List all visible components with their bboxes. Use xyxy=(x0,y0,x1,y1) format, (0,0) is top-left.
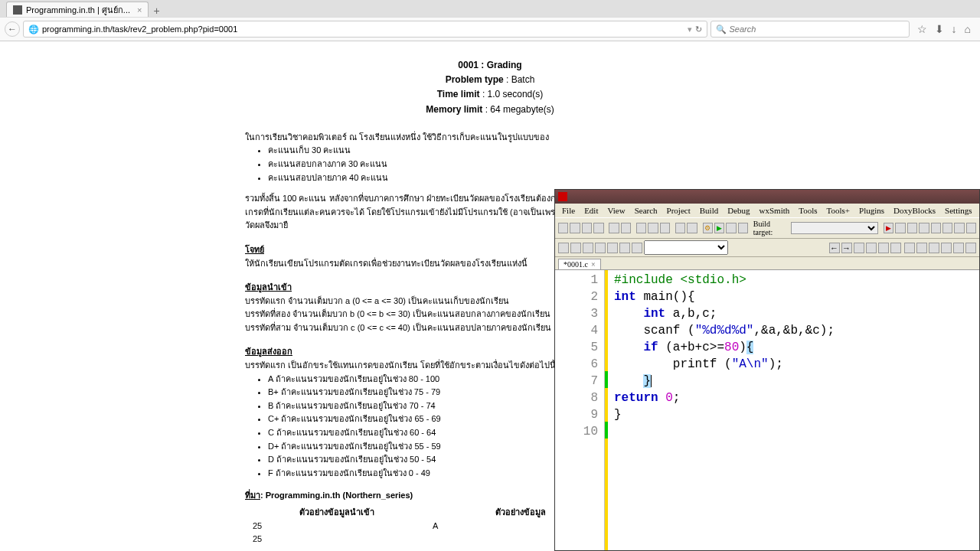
line-no: 5 xyxy=(555,339,598,356)
line-no: 3 xyxy=(555,305,598,322)
next-instr-icon[interactable] xyxy=(931,223,941,233)
paste-icon[interactable] xyxy=(660,223,670,233)
new-file-icon[interactable] xyxy=(558,223,568,233)
text-cursor xyxy=(651,375,652,387)
step-over-icon[interactable] xyxy=(895,223,905,233)
undo-icon[interactable] xyxy=(609,223,619,233)
find-icon[interactable] xyxy=(675,223,685,233)
build-target-select[interactable] xyxy=(791,222,878,234)
problem-type-value: : Batch xyxy=(506,74,534,85)
menu-toolsplus[interactable]: Tools+ xyxy=(823,205,854,216)
code-editor[interactable]: 1 2 3 4 5 6 7 8 9 10 #include <stdio.h> … xyxy=(555,269,979,550)
tb2-icon[interactable] xyxy=(570,243,581,253)
downloads-icon[interactable]: ↓ xyxy=(952,23,957,35)
menu-debug[interactable]: Debug xyxy=(724,205,753,216)
nav-back-icon[interactable]: ← xyxy=(829,243,840,253)
memory-limit-label: Memory limit xyxy=(426,104,482,115)
menu-search[interactable]: Search xyxy=(631,205,662,216)
menu-doxyblocks[interactable]: DoxyBlocks xyxy=(890,205,939,216)
tb2-icon[interactable] xyxy=(953,243,964,253)
menu-edit[interactable]: Edit xyxy=(580,205,602,216)
memory-limit-value: : 64 megabyte(s) xyxy=(485,104,554,115)
ide-window: File Edit View Search Project Build Debu… xyxy=(554,189,980,551)
back-button[interactable]: ← xyxy=(5,21,20,37)
problem-header: 0001 : Grading Problem type : Batch Time… xyxy=(0,58,980,117)
ide-toolbar-2: ← → xyxy=(555,239,979,257)
save-icon[interactable] xyxy=(582,223,592,233)
problem-title: 0001 : Grading xyxy=(458,60,521,70)
tb2-icon[interactable] xyxy=(866,243,877,253)
menu-help[interactable]: Help xyxy=(978,205,980,216)
tb2-icon[interactable] xyxy=(941,243,952,253)
build-run-icon[interactable] xyxy=(726,223,736,233)
copy-icon[interactable] xyxy=(648,223,658,233)
line-no: 8 xyxy=(555,390,598,406)
search-box[interactable]: 🔍 xyxy=(710,21,910,37)
favicon-icon xyxy=(13,5,22,15)
tb2-icon[interactable] xyxy=(607,243,618,253)
debug-run-icon[interactable]: ▶ xyxy=(884,223,893,233)
menu-file[interactable]: File xyxy=(558,205,579,216)
home-icon[interactable]: ⌂ xyxy=(965,23,971,35)
open-file-icon[interactable] xyxy=(570,223,580,233)
ide-titlebar[interactable] xyxy=(555,190,979,204)
line-no: 7 xyxy=(555,373,598,390)
step-into-icon[interactable] xyxy=(907,223,917,233)
tb2-icon[interactable] xyxy=(878,243,889,253)
line-no: 1 xyxy=(555,272,598,289)
nav-fwd-icon[interactable]: → xyxy=(841,243,852,253)
new-tab-button[interactable]: + xyxy=(149,5,164,17)
code-area[interactable]: #include <stdio.h> int main(){ int a,b,c… xyxy=(608,270,979,550)
build-icon[interactable]: ⚙ xyxy=(703,223,713,233)
step-out-icon[interactable] xyxy=(919,223,929,233)
url-bar-row: ← 🌐 ▾ ↻ 🔍 ☆ ⬇ ↓ ⌂ xyxy=(0,17,980,41)
replace-icon[interactable] xyxy=(687,223,697,233)
step-instr-icon[interactable] xyxy=(942,223,952,233)
tb2-icon[interactable] xyxy=(619,243,630,253)
close-tab-icon[interactable]: × xyxy=(137,5,142,15)
tb2-icon[interactable] xyxy=(632,243,642,253)
tb2-icon[interactable] xyxy=(890,243,901,253)
menu-tools[interactable]: Tools xyxy=(795,205,821,216)
menu-view[interactable]: View xyxy=(603,205,629,216)
dropdown-icon[interactable]: ▾ xyxy=(688,24,692,34)
time-limit-value: : 1.0 second(s) xyxy=(482,89,543,99)
example-input-header: ตัวอย่างข้อมูลนำเข้า xyxy=(245,506,429,520)
bookmark-icon[interactable]: ☆ xyxy=(917,23,927,35)
problem-type-label: Problem type xyxy=(446,74,504,85)
tb2-icon[interactable] xyxy=(916,243,927,253)
rebuild-icon[interactable] xyxy=(738,223,748,233)
pocket-icon[interactable]: ⬇ xyxy=(935,23,944,35)
run-icon[interactable]: ▶ xyxy=(714,223,724,233)
line-no: 4 xyxy=(555,322,598,339)
url-box[interactable]: 🌐 ▾ ↻ xyxy=(23,21,707,37)
tb2-icon[interactable] xyxy=(904,243,915,253)
menu-build[interactable]: Build xyxy=(696,205,722,216)
menu-wxsmith[interactable]: wxSmith xyxy=(756,205,794,216)
menu-settings[interactable]: Settings xyxy=(941,205,975,216)
search-input[interactable] xyxy=(730,24,904,34)
reload-button[interactable]: ↻ xyxy=(695,24,702,34)
tb2-icon[interactable] xyxy=(965,243,976,253)
tb2-icon[interactable] xyxy=(929,243,939,253)
url-input[interactable] xyxy=(42,24,684,34)
tb2-icon[interactable] xyxy=(558,243,569,253)
menu-project[interactable]: Project xyxy=(663,205,694,216)
tb2-select[interactable] xyxy=(644,240,728,255)
break-icon[interactable] xyxy=(954,223,964,233)
time-limit-label: Time limit xyxy=(437,89,480,99)
tb2-icon[interactable] xyxy=(854,243,864,253)
line-no: 6 xyxy=(555,356,598,373)
editor-tab[interactable]: *0001.c × xyxy=(558,259,601,269)
lock-icon: 🌐 xyxy=(28,24,39,34)
save-all-icon[interactable] xyxy=(593,223,603,233)
browser-tab[interactable]: Programming.in.th | ศูนย์ก... × xyxy=(6,2,149,17)
menu-plugins[interactable]: Plugins xyxy=(855,205,888,216)
cut-icon[interactable] xyxy=(636,223,646,233)
line-gutter: 1 2 3 4 5 6 7 8 9 10 xyxy=(555,270,605,550)
tb2-icon[interactable] xyxy=(595,243,606,253)
tb2-icon[interactable] xyxy=(583,243,593,253)
stop-icon[interactable] xyxy=(966,223,976,233)
close-editor-tab-icon[interactable]: × xyxy=(591,260,596,269)
redo-icon[interactable] xyxy=(621,223,631,233)
